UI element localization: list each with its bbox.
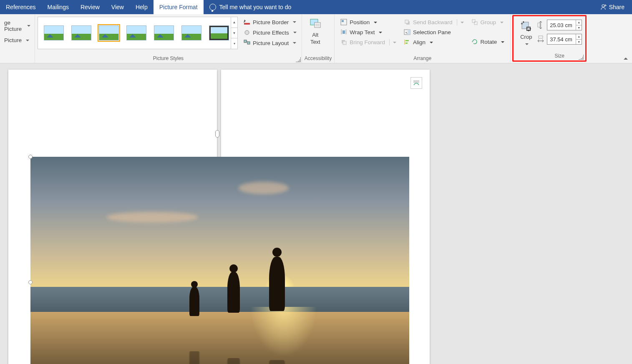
shape-height-input[interactable]: 25.03 cm ▲▼ <box>547 20 582 30</box>
svg-rect-11 <box>343 41 346 45</box>
pencil-border-icon <box>244 19 250 25</box>
svg-rect-17 <box>405 43 408 44</box>
collapse-ribbon-button[interactable] <box>622 55 629 61</box>
svg-rect-22 <box>538 23 540 27</box>
tab-help[interactable]: Help <box>130 0 154 14</box>
svg-rect-16 <box>405 40 409 41</box>
svg-point-0 <box>602 5 604 7</box>
size-launcher[interactable] <box>579 55 584 60</box>
change-picture-button[interactable]: ge Picture <box>3 18 32 33</box>
tab-review[interactable]: Review <box>75 0 106 14</box>
reset-picture-button[interactable]: Picture <box>3 36 32 45</box>
document-canvas[interactable] <box>0 63 632 364</box>
tell-me-search[interactable]: Tell me what you want to do <box>204 0 297 14</box>
size-group-highlight: Crop 25.03 cm ▲▼ 37.54 cm ▲▼ Size <box>512 15 587 62</box>
width-spinner-down[interactable]: ▼ <box>576 39 582 45</box>
tell-me-placeholder: Tell me what you want to do <box>219 4 292 10</box>
svg-rect-23 <box>539 36 543 38</box>
picture-style-thumb[interactable] <box>126 25 146 40</box>
picture-style-thumb[interactable] <box>99 25 119 40</box>
crop-button[interactable]: Crop <box>517 18 535 47</box>
width-spinner-up[interactable]: ▲ <box>576 34 582 39</box>
alt-text-icon <box>309 18 322 31</box>
send-backward-icon <box>404 19 410 25</box>
tab-references[interactable]: References <box>0 0 42 14</box>
tab-view[interactable]: View <box>106 0 130 14</box>
height-spinner-up[interactable]: ▲ <box>576 20 582 25</box>
crop-icon <box>519 20 533 33</box>
svg-rect-3 <box>244 40 247 43</box>
layout-options-button[interactable] <box>410 77 422 89</box>
effects-icon <box>244 29 250 36</box>
svg-rect-6 <box>315 23 320 28</box>
share-button[interactable]: Share <box>592 0 632 14</box>
tab-picture-format[interactable]: Picture Format <box>154 0 204 14</box>
picture-style-thumb[interactable] <box>181 25 201 40</box>
picture-style-thumb[interactable] <box>44 25 64 40</box>
alt-text-button[interactable]: Alt Text <box>305 16 326 45</box>
svg-rect-18 <box>472 20 475 23</box>
svg-rect-15 <box>408 30 410 35</box>
bring-forward-icon <box>340 39 347 45</box>
picture-style-thumb[interactable] <box>154 25 174 40</box>
group-label-size: Size <box>537 52 582 60</box>
ribbon-tab-bar: References Mailings Review View Help Pic… <box>0 0 632 14</box>
lightbulb-icon <box>209 4 216 10</box>
group-label-picture-styles: Picture Styles <box>38 55 299 62</box>
group-icon <box>471 19 478 25</box>
group-label-accessibility: Accessibility <box>305 55 332 62</box>
selection-pane-icon <box>404 29 410 35</box>
svg-rect-13 <box>405 20 408 23</box>
layout-options-icon <box>413 79 420 87</box>
selection-pane-button[interactable]: Selection Pane <box>402 28 466 37</box>
svg-rect-20 <box>522 22 529 29</box>
send-backward-button: Send Backward <box>402 18 466 27</box>
group-button: Group <box>470 18 506 27</box>
layout-icon <box>244 40 250 46</box>
rotate-button[interactable]: Rotate <box>470 37 506 46</box>
shape-height-value: 25.03 cm <box>547 22 576 28</box>
width-icon <box>537 35 544 44</box>
picture-styles-launcher[interactable] <box>296 57 301 62</box>
svg-rect-1 <box>244 23 250 25</box>
group-label-arrange: Arrange <box>337 55 508 62</box>
wrap-text-icon <box>340 29 347 35</box>
picture-layout-button[interactable]: Picture Layout <box>242 38 298 48</box>
svg-rect-8 <box>342 20 344 22</box>
picture-style-thumb[interactable] <box>71 25 91 40</box>
inserted-picture[interactable] <box>30 157 409 364</box>
picture-style-thumb[interactable] <box>209 25 229 40</box>
svg-point-2 <box>245 30 249 35</box>
picture-effects-button[interactable]: Picture Effects <box>242 28 298 37</box>
position-icon <box>340 19 347 25</box>
share-icon <box>600 4 607 10</box>
picture-border-button[interactable]: Picture Border <box>242 18 298 27</box>
share-label: Share <box>609 4 624 10</box>
ribbon: ge Picture Picture ▲▼▾ Picture Border <box>0 14 632 63</box>
svg-rect-9 <box>342 30 345 34</box>
tab-mailings[interactable]: Mailings <box>42 0 75 14</box>
align-icon <box>404 39 410 45</box>
align-button[interactable]: Align <box>402 38 466 47</box>
svg-rect-4 <box>247 42 250 44</box>
height-spinner-down[interactable]: ▼ <box>576 25 582 30</box>
gallery-scroll[interactable]: ▲▼▾ <box>231 17 237 49</box>
svg-rect-19 <box>474 22 477 25</box>
wrap-text-button[interactable]: Wrap Text <box>339 28 398 37</box>
rotate-icon <box>471 38 478 45</box>
position-button[interactable]: Position <box>339 18 398 27</box>
shape-width-value: 37.54 cm <box>547 36 576 43</box>
shape-width-input[interactable]: 37.54 cm ▲▼ <box>547 34 582 45</box>
height-icon <box>537 20 544 30</box>
picture-styles-gallery[interactable]: ▲▼▾ <box>38 17 238 49</box>
selection-handle[interactable] <box>28 280 33 284</box>
selection-handle[interactable] <box>28 155 33 159</box>
bring-forward-button: Bring Forward <box>339 38 398 47</box>
rotation-handle[interactable] <box>215 130 219 138</box>
